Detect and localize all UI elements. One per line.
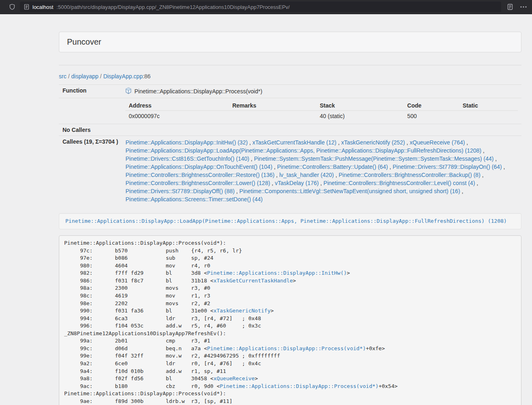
disassembly-line: 98e: 2202 movs r2, #2 (64, 300, 516, 308)
callee-link[interactable]: Pinetime::Controllers::BrightnessControl… (338, 172, 480, 178)
url-bar[interactable]: localhost:5000/path/src/displayapp/Displ… (20, 2, 501, 12)
disassembly-line: 994: 6ca3 ldr r3, [r4, #72] ; 0x48 (64, 315, 516, 323)
breadcrumb-separator: / (68, 73, 70, 80)
breadcrumb-line-number: :86 (143, 73, 151, 80)
disassembly-text: 994: 6ca3 ldr r3, [r4, #72] ; 0x48 (64, 315, 261, 321)
disassembly-text: 990: f031 fa36 bl 31e00 < (64, 308, 213, 314)
disassembly-text: 98e: 2202 movs r2, #2 (64, 300, 210, 306)
disassembly-line: 97c: b570 push {r4, r5, r6, lr} (64, 247, 516, 255)
divider (59, 65, 521, 65)
callee-link[interactable]: Pinetime::Drivers::St7789::DisplayOff() … (125, 188, 235, 194)
stats-value-stack: 40 (static) (317, 111, 404, 122)
disassembly-text: 98c: 4619 mov r1, r3 (64, 293, 210, 299)
stats-value-address: 0x0000097c (125, 111, 229, 122)
callee-link[interactable]: Pinetime::Controllers::BrightnessControl… (125, 180, 270, 186)
stats-header-stack: Stack (317, 101, 404, 111)
disassembly-line: 98c: 4619 mov r1, r3 (64, 292, 516, 300)
callee-link[interactable]: Pinetime::Drivers::St7789::DisplayOn() (… (393, 164, 502, 170)
callee-link[interactable]: Pinetime::Components::LittleVgl::SetNewT… (239, 188, 460, 194)
no-callers-label: No Callers (59, 124, 122, 136)
stats-value-code: 500 (404, 111, 459, 122)
app-header-panel: Puncover (59, 32, 521, 52)
callee-link[interactable]: vTaskDelay (176) (275, 180, 319, 186)
disassembly-text: 986: f031 f8c7 bl 31b18 < (64, 278, 213, 284)
callee-link[interactable]: Pinetime::Applications::Screens::Timer::… (125, 196, 263, 202)
stats-table: Address Remarks Stack Code Static 0x0000… (125, 101, 518, 121)
app-title: Puncover (67, 37, 513, 47)
shield-icon[interactable] (9, 4, 15, 10)
content-container: Puncover src/displayapp/DisplayApp.cpp:8… (59, 32, 521, 405)
disassembly-text: 97e: b086 sub sp, #24 (64, 255, 213, 261)
disassembly-line: 98a: 2300 movs r3, #0 (64, 284, 516, 292)
callees-row: Callees (19, Σ=3704 ) Pinetime::Applicat… (59, 136, 521, 206)
callee-link[interactable]: Pinetime::Applications::DisplayApp::Init… (125, 139, 248, 146)
disassembly-line: 986: f031 f8c7 bl 31b18 <xTaskGetCurrent… (64, 277, 516, 285)
symbol-cube-icon (125, 87, 131, 95)
callee-link[interactable]: Pinetime::Drivers::Cst816S::GetTouchInfo… (125, 155, 249, 162)
disassembly-line: 990: f031 fa36 bl 31e00 <xTaskGenericNot… (64, 307, 516, 315)
disassembly-line: 9ac: b180 cbz r0, 9d0 <Pinetime::Applica… (64, 383, 516, 390)
callee-link[interactable]: lv_task_handler (420) (279, 172, 334, 178)
callee-link[interactable]: Pinetime::Controllers::Battery::Update()… (277, 164, 388, 170)
disassembly-symbol-link[interactable]: xTaskGetCurrentTaskHandle (213, 278, 293, 284)
disassembly-text: 9a2: 6ce0 ldr r0, [r4, #76] ; 0x4c (64, 360, 261, 366)
disassembly-line: 982: f7ff fd29 bl 3d8 <Pinetime::Applica… (64, 269, 516, 277)
stats-header-static: Static (459, 101, 518, 111)
disassembly-text: +0x54> (379, 383, 398, 389)
stats-header-remarks: Remarks (229, 101, 317, 111)
callee-link[interactable]: Pinetime::System::SystemTask::PushMessag… (254, 155, 494, 162)
function-row: Function Pinetime::Applications::Display… (59, 85, 521, 98)
disassembly-text: 9a4: f10d 010b add.w r1, sp, #11 (64, 368, 226, 374)
disassembly-symbol-link[interactable]: xQueueReceive (213, 375, 255, 381)
disassembly-symbol-link[interactable]: Pinetime::Applications::DisplayApp::Proc… (220, 383, 379, 389)
callee-link[interactable]: Pinetime::Applications::DisplayApp::OnTo… (125, 164, 272, 170)
stats-header-code: Code (404, 101, 459, 111)
disassembly-text: 99a: 2b01 cmp r3, #1 (64, 338, 210, 344)
reader-view-icon[interactable] (507, 4, 513, 10)
disassembly-text: > (255, 375, 258, 381)
disassembly-line: 97e: b086 sub sp, #24 (64, 254, 516, 262)
stats-row-spacer (59, 98, 122, 124)
highlight-panel: Pinetime::Applications::DisplayApp::Load… (59, 213, 521, 229)
breadcrumb-link-src[interactable]: src (59, 73, 67, 80)
disassembly-text: 9ae: f89d 300b ldrb.w r3, [sp, #11] (64, 398, 233, 404)
disassembly-line: Pinetime::Applications::DisplayApp::Proc… (64, 390, 516, 398)
disassembly-text: 982: f7ff fd29 bl 3d8 < (64, 270, 207, 276)
disassembly-line: 99e: f04f 32ff mov.w r2, #4294967295 ; 0… (64, 352, 516, 360)
breadcrumb-link-displayapp[interactable]: displayapp (71, 73, 99, 80)
disassembly-text: 99c: d06d beq.n a7a < (64, 345, 207, 351)
browser-chrome: localhost:5000/path/src/displayapp/Displ… (0, 0, 532, 14)
disassembly-line: 996: f104 053c add.w r5, r4, #60 ; 0x3c (64, 322, 516, 330)
url-path: :5000/path/src/displayapp/DisplayApp.cpp… (56, 4, 290, 10)
disassembly-line: 9a8: f02f fd56 bl 30458 <xQueueReceive> (64, 375, 516, 383)
callees-label: Callees (19, Σ=3704 ) (59, 136, 122, 206)
callee-link[interactable]: Pinetime::Applications::DisplayApp::Load… (125, 147, 481, 154)
disassembly-text: > (347, 270, 350, 276)
overflow-menu-icon[interactable] (520, 4, 527, 10)
disassembly-text: 99e: f04f 32ff mov.w r2, #4294967295 ; 0… (64, 353, 280, 359)
highlight-symbol-link[interactable]: Pinetime::Applications::DisplayApp::Load… (65, 218, 507, 224)
breadcrumb-separator: / (100, 73, 102, 80)
disassembly-text: > (293, 278, 296, 284)
disassembly-text: Pinetime::Applications::DisplayApp::Proc… (64, 390, 226, 396)
disassembly-text: Pinetime::Applications::DisplayApp::Proc… (64, 240, 226, 246)
url-host: localhost (32, 4, 53, 10)
disassembly-symbol-link[interactable]: Pinetime::Applications::DisplayApp::Proc… (207, 345, 366, 351)
stats-value-remarks (229, 111, 317, 122)
callee-link[interactable]: Pinetime::Controllers::BrightnessControl… (125, 172, 274, 178)
disassembly-symbol-link[interactable]: xTaskGenericNotify (213, 308, 271, 314)
disassembly-line: 9a4: f10d 010b add.w r1, sp, #11 (64, 368, 516, 375)
callee-link[interactable]: xQueueReceive (764) (410, 139, 465, 146)
stats-header-address: Address (125, 101, 229, 111)
breadcrumb-link-file[interactable]: DisplayApp.cpp (103, 73, 142, 80)
disassembly-text: 996: f104 053c add.w r5, r4, #60 ; 0x3c (64, 323, 261, 329)
callee-link[interactable]: xTaskGetCurrentTaskHandle (12) (252, 139, 336, 146)
stats-value-static (459, 111, 518, 122)
callee-link[interactable]: xTaskGenericNotify (252) (341, 139, 405, 146)
disassembly-text: 98a: 2300 movs r3, #0 (64, 285, 210, 291)
callee-link[interactable]: Pinetime::Controllers::BrightnessControl… (323, 180, 475, 186)
disassembly-line: 980: 4604 mov r4, r0 (64, 262, 516, 270)
disassembly-text: 9a8: f02f fd56 bl 30458 < (64, 375, 213, 381)
disassembly-block: Pinetime::Applications::DisplayApp::Proc… (59, 235, 521, 405)
disassembly-symbol-link[interactable]: Pinetime::Applications::DisplayApp::Init… (207, 270, 347, 276)
